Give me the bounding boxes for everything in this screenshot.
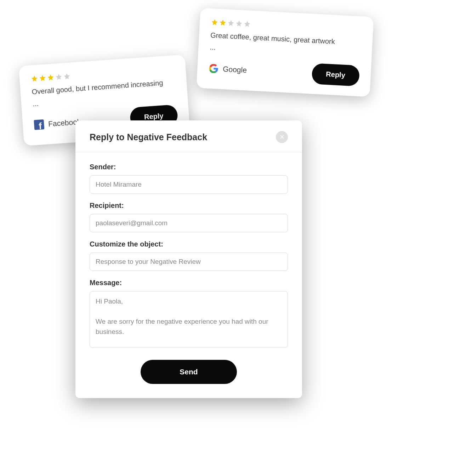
facebook-icon [34,119,44,130]
star-icon [227,19,235,27]
star-icon [219,19,227,26]
star-icon [31,75,38,82]
reply-button[interactable]: Reply [311,63,360,86]
subject-input[interactable] [90,253,288,271]
star-icon [55,73,62,80]
star-icon [211,18,218,26]
review-card: Great coffee, great music, great artwork… [196,8,374,97]
send-button[interactable]: Send [141,360,237,384]
review-source: Google [209,63,247,75]
star-icon [235,20,243,27]
sender-label: Sender: [90,163,288,171]
recipient-input[interactable] [90,214,288,232]
close-button[interactable]: ✕ [276,131,288,143]
recipient-label: Recipient: [90,202,288,210]
form-group-sender: Sender: [90,163,288,194]
form-group-subject: Customize the object: [90,240,288,271]
message-label: Message: [90,279,288,287]
form-group-message: Message: [90,279,288,349]
google-icon [209,63,219,73]
close-icon: ✕ [279,133,285,141]
star-icon [39,74,46,81]
subject-label: Customize the object: [90,240,288,248]
modal-title: Reply to Negative Feedback [90,132,207,142]
modal-header: Reply to Negative Feedback ✕ [75,120,302,152]
message-textarea[interactable] [90,291,288,348]
source-label: Google [223,64,247,74]
form-group-recipient: Recipient: [90,202,288,232]
review-source: Facebook [34,117,81,130]
modal-body: Sender: Recipient: Customize the object:… [75,152,302,398]
star-icon [63,73,70,80]
star-icon [47,74,54,81]
reply-modal: Reply to Negative Feedback ✕ Sender: Rec… [75,120,302,398]
review-footer: Google Reply [208,58,360,86]
sender-input[interactable] [90,175,288,194]
star-icon [244,20,251,28]
